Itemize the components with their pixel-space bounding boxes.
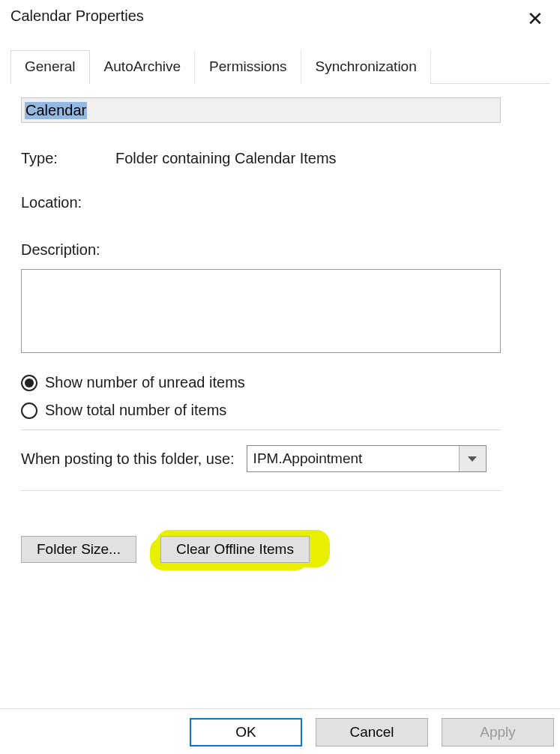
show-count-radio-group: Show number of unread items Show total n… (21, 374, 539, 419)
description-input[interactable] (21, 269, 501, 353)
radio-icon (21, 402, 37, 419)
location-label: Location: (21, 194, 115, 211)
posting-type-value: IPM.Appointment (247, 446, 459, 471)
ok-button[interactable]: OK (190, 718, 302, 747)
dialog-title: Calendar Properties (10, 7, 144, 25)
radio-icon (21, 375, 37, 391)
divider (21, 490, 501, 491)
tab-strip: General AutoArchive Permissions Synchron… (10, 49, 550, 84)
radio-show-total[interactable]: Show total number of items (21, 402, 539, 419)
clear-offline-items-button[interactable]: Clear Offline Items (160, 536, 310, 563)
folder-name-input[interactable]: Calendar (21, 97, 501, 123)
apply-button: Apply (442, 718, 554, 747)
dropdown-button[interactable] (459, 446, 486, 471)
divider (21, 429, 501, 430)
tab-autoarchive[interactable]: AutoArchive (90, 50, 195, 84)
close-icon[interactable]: ✕ (521, 7, 550, 30)
tab-synchronization[interactable]: Synchronization (301, 50, 431, 84)
type-value: Folder containing Calendar Items (115, 150, 337, 167)
radio-show-unread-label: Show number of unread items (45, 374, 245, 391)
folder-name-value: Calendar (25, 102, 87, 119)
folder-size-button[interactable]: Folder Size... (21, 536, 136, 563)
cancel-button[interactable]: Cancel (316, 718, 428, 747)
description-label: Description: (21, 241, 539, 259)
radio-show-total-label: Show total number of items (45, 402, 226, 419)
dialog-button-bar: OK Cancel Apply (0, 708, 560, 754)
tab-permissions[interactable]: Permissions (195, 50, 301, 84)
tab-general[interactable]: General (10, 50, 90, 84)
type-label: Type: (21, 150, 115, 167)
chevron-down-icon (468, 456, 477, 462)
radio-show-unread[interactable]: Show number of unread items (21, 374, 539, 391)
posting-type-select[interactable]: IPM.Appointment (247, 445, 487, 472)
posting-label: When posting to this folder, use: (21, 450, 235, 468)
